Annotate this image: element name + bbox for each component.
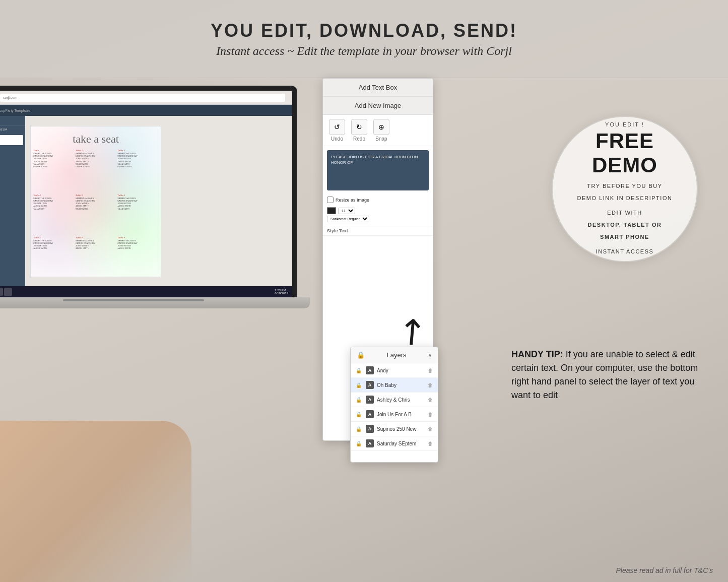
layer-item-3[interactable]: 🔒 A Ashley & Chris 🗑 — [351, 393, 438, 407]
browser-address-bar[interactable]: corjl.com — [0, 94, 285, 102]
table-9-name: Table 9 — [117, 236, 158, 239]
layer-6-type-icon: A — [366, 439, 374, 447]
demo-try-before: TRY BEFORE YOU BUY — [587, 182, 662, 191]
table-8-name: Table 8 — [76, 236, 116, 239]
layers-panel: 🔒 Layers ∨ 🔒 A Andy 🗑 🔒 A Oh Baby 🗑 🔒 A … — [350, 347, 438, 463]
keyboard-trackpad — [63, 299, 204, 301]
demo-instant: INSTANT ACCESS — [596, 247, 654, 256]
lock-header-icon: 🔒 — [357, 351, 365, 359]
taskbar-icon-3 — [0, 288, 3, 296]
layer-item-5[interactable]: 🔒 A Supinos 250 New 🗑 — [351, 422, 438, 436]
table-section-8: Table 8 SAMANTHA JONES CARRIE BRADSHAW J… — [76, 236, 116, 274]
guest-4-5: TALIA SMITH — [33, 208, 74, 210]
taskbar: 7:23 PM 6/18/2019 — [0, 286, 292, 297]
guest-1-6: DEBRA JONES — [33, 165, 74, 168]
browser-url: corjl.com — [3, 96, 17, 99]
laptop-container: corjl.com Corjl NoccupParty Templates Te… — [0, 86, 310, 308]
layer-4-delete-icon[interactable]: 🗑 — [428, 412, 433, 417]
text-editor-content[interactable]: PLEASE JOIN US F OR A BRIDAL BRUN CH IN … — [327, 150, 429, 190]
layer-item-4[interactable]: 🔒 A Join Us For A B 🗑 — [351, 407, 438, 422]
guest-2-6: DEBRA JONES — [76, 165, 116, 168]
undo-button[interactable]: ↺ — [329, 119, 345, 135]
design-canvas[interactable]: take a seat Table 1 SAMANTHA JONES CARRI… — [30, 126, 161, 277]
layer-5-lock-icon: 🔒 — [356, 426, 363, 432]
font-controls: 11 12 14 Sarikamdt Regular — [323, 205, 433, 226]
table-1-name: Table 1 — [33, 149, 74, 152]
screen-content: corjl.com Corjl NoccupParty Templates Te… — [0, 91, 292, 297]
layer-6-name: Saturday SEptem — [377, 441, 425, 446]
tables-grid: Table 1 SAMANTHA JONES CARRIE BRADSHAW J… — [33, 149, 158, 274]
layer-item-1[interactable]: 🔒 A Andy 🗑 — [351, 363, 438, 378]
guest-8-4: JASON SMITH — [76, 247, 116, 249]
demo-edit-with: EDIT WITH — [607, 209, 642, 218]
layers-title: Layers — [386, 351, 406, 359]
taskbar-time: 7:23 PM 6/18/2019 — [275, 289, 288, 295]
table-section-7: Table 7 SAMANTHA JONES CARRIE BRADSHAW J… — [33, 236, 74, 274]
corjl-sidebar-title: Templates — [0, 116, 25, 126]
layer-4-name: Join Us For A B — [377, 412, 425, 417]
table-section-9: Table 9 SAMANTHA JONES CARRIE BRADSHAW J… — [117, 236, 158, 274]
color-picker[interactable] — [327, 207, 336, 214]
snap-label: Snap — [375, 136, 387, 142]
redo-label: Redo — [353, 136, 365, 142]
guest-5-5: TALIA SMITH — [76, 208, 116, 210]
hand-visual — [0, 421, 191, 582]
layer-6-delete-icon[interactable]: 🗑 — [428, 441, 433, 446]
layer-6-lock-icon: 🔒 — [356, 441, 363, 446]
laptop-screen: corjl.com Corjl NoccupParty Templates Te… — [0, 86, 297, 297]
layer-4-lock-icon: 🔒 — [356, 412, 363, 417]
demo-demo-label: DEMO — [592, 155, 657, 176]
layers-chevron-icon[interactable]: ∨ — [428, 352, 432, 358]
table-section-1: Table 1 SAMANTHA JONES CARRIE BRADSHAW J… — [33, 149, 74, 192]
demo-free-label: FREE — [595, 131, 654, 152]
browser-chrome: corjl.com — [0, 91, 292, 105]
table-3-name: Table 3 — [117, 149, 158, 152]
corjl-item-status: ● INCOMPLETE — [0, 140, 21, 143]
float-controls-row: ↺ Undo ↻ Redo ⊕ Snap — [323, 115, 433, 146]
table-2-name: Table 2 — [76, 149, 116, 152]
guest-6-5: TALIA SMITH — [117, 208, 158, 210]
layer-2-delete-icon[interactable]: 🗑 — [428, 382, 433, 388]
resize-label: Resize as Image — [336, 198, 369, 203]
header-subtitle: Instant access ~ Edit the template in yo… — [216, 44, 512, 58]
add-text-box-button[interactable]: Add Text Box — [323, 79, 433, 97]
handy-tip-text: HANDY TIP: If you are unable to select &… — [511, 348, 703, 402]
snap-button[interactable]: ⊕ — [373, 119, 389, 135]
table-5-name: Table 5 — [76, 194, 116, 197]
guest-3-6: DEBRA JONES — [117, 165, 158, 168]
font-family-select[interactable]: Sarikamdt Regular — [327, 216, 369, 222]
taskbar-icon-4 — [4, 288, 12, 296]
font-size-select[interactable]: 11 12 14 — [338, 208, 355, 214]
editor-text: PLEASE JOIN US F OR A BRIDAL BRUN CH IN … — [331, 154, 425, 165]
corjl-template-item[interactable]: Helio Rose 1 ● INCOMPLETE — [0, 135, 23, 145]
resize-checkbox[interactable] — [327, 197, 334, 203]
layer-3-delete-icon[interactable]: 🗑 — [428, 397, 433, 403]
layer-1-name: Andy — [377, 368, 425, 373]
table-section-2: Table 2 SAMANTHA JONES CARRIE BRADSHAW J… — [76, 149, 116, 192]
add-new-image-button[interactable]: Add New Image — [323, 97, 433, 115]
demo-devices: DESKTOP, TABLET OR — [588, 221, 662, 230]
layer-item-6[interactable]: 🔒 A Saturday SEptem 🗑 — [351, 436, 438, 451]
layer-5-type-icon: A — [366, 425, 374, 433]
demo-smart-phone: SMART PHONE — [600, 233, 649, 242]
layer-1-delete-icon[interactable]: 🗑 — [428, 368, 433, 373]
handy-tip-section: HANDY TIP: If you are unable to select &… — [511, 348, 703, 402]
layer-3-type-icon: A — [366, 396, 374, 404]
layer-2-type-icon: A — [366, 381, 374, 389]
corjl-nav-label: NoccupParty Templates — [0, 109, 30, 112]
layer-item-2[interactable]: 🔒 A Oh Baby 🗑 — [351, 378, 438, 393]
table-section-4: Table 4 SAMANTHA JONES CARRIE BRADSHAW J… — [33, 194, 74, 235]
guest-7-4: JASON SMITH — [33, 247, 74, 249]
redo-button[interactable]: ↻ — [351, 119, 367, 135]
layer-1-type-icon: A — [366, 366, 374, 374]
layer-2-lock-icon: 🔒 — [356, 382, 363, 388]
demo-you-edit-label: YOU EDIT ! — [605, 121, 644, 127]
layer-5-delete-icon[interactable]: 🗑 — [428, 426, 433, 432]
resize-image-checkbox-row: Resize as Image — [323, 195, 433, 205]
layer-5-name: Supinos 250 New — [377, 426, 425, 432]
table-section-3: Table 3 SAMANTHA JONES CARRIE BRADSHAW J… — [117, 149, 158, 192]
table-7-name: Table 7 — [33, 236, 74, 239]
layer-3-name: Ashley & Chris — [377, 397, 425, 403]
table-section-6: Table 6 SAMANTHA JONES CARRIE BRADSHAW J… — [117, 194, 158, 235]
layer-4-type-icon: A — [366, 410, 374, 418]
